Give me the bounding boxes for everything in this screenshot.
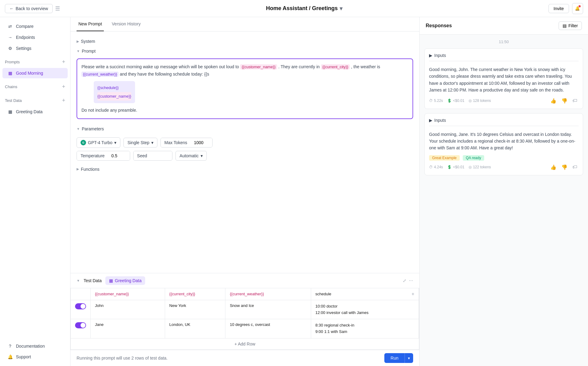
back-button[interactable]: ← Back to overview (5, 4, 53, 13)
autocomplete-customer-name[interactable]: {{customer_name}} (97, 92, 131, 101)
tab-version-history[interactable]: Version History (110, 17, 142, 31)
responses-body: 11:50 ▶ Inputs Good morning, John. The c… (420, 35, 588, 366)
sidebar-item-documentation[interactable]: ? Documentation (2, 341, 68, 351)
menu-icon-button[interactable]: ☰ (55, 5, 60, 12)
automatic-selector[interactable]: Automatic ▾ (175, 151, 206, 161)
thumbs-down-button-1[interactable]: 👎 (560, 97, 569, 104)
prompt-label: Prompt (82, 49, 96, 54)
response-footer-2: ⏱ 4.24s 💲 <$0.01 ◎ 122 tokens (429, 164, 579, 171)
inputs-toggle-1[interactable]: ▶ Inputs (429, 53, 579, 58)
response-card-1: ▶ Inputs Good morning, John. The current… (424, 48, 583, 109)
prompt-text-mid3: and they have the following schedule tod… (120, 72, 209, 77)
parameters-label: Parameters (82, 126, 104, 131)
add-chain-button[interactable]: + (62, 84, 65, 90)
max-tokens-input-group: Max Tokens (160, 138, 213, 148)
inputs-label-1: Inputs (434, 53, 446, 58)
sidebar-item-greeting-data[interactable]: ▦ Greeting Data (2, 106, 68, 117)
test-data-section-header: Test Data + (0, 95, 70, 106)
test-data-label: Test Data (84, 278, 102, 283)
support-icon: 🔔 (7, 354, 13, 359)
response-time-2: ⏱ 4.24s (429, 165, 443, 169)
invite-button[interactable]: Invite (548, 4, 569, 13)
row1-schedule: 10:00 doctor 12:00 investor call with Ja… (311, 300, 419, 319)
tag-great-example: Great Example (429, 155, 460, 161)
table-icon: ▦ (109, 278, 113, 283)
greeting-data-tab[interactable]: ▦ Greeting Data (105, 276, 145, 285)
sidebar-item-settings[interactable]: ⚙ Settings (2, 43, 68, 54)
prompt-editor[interactable]: Please write a succinct morning wake up … (77, 58, 413, 119)
run-button[interactable]: Run (384, 353, 405, 363)
add-prompt-button[interactable]: + (62, 59, 65, 65)
table-header-row: {{customer_name}} {{current_city}} {{cur… (71, 288, 419, 300)
parameters-section[interactable]: ▼ Parameters (77, 124, 413, 134)
automatic-chevron-icon: ▾ (201, 153, 203, 158)
test-data-section-label: Test Data (5, 98, 22, 103)
step-selector[interactable]: Single Step ▾ (123, 138, 157, 148)
prompt-section[interactable]: ▼ Prompt (77, 46, 413, 56)
expand-table-button[interactable]: ⤢ (403, 278, 406, 283)
add-column-button[interactable]: + (412, 291, 414, 297)
tag-customer-name: {{customer_name}} (240, 64, 277, 69)
response-card-2: ▶ Inputs Good morning, Jane. It's 10 deg… (424, 113, 583, 175)
data-table: {{customer_name}} {{current_city}} {{cur… (71, 288, 419, 338)
thumbs-up-button-1[interactable]: 👍 (549, 97, 558, 104)
prompt-text-mid1: . They are currently in (278, 64, 321, 69)
row1-current-city: New York (165, 300, 225, 319)
row-toggle-cell (71, 319, 91, 338)
top-header: ← Back to overview ☰ Home Assistant / Gr… (0, 0, 588, 17)
tag-button-2[interactable]: 🏷 (571, 164, 579, 170)
filter-button[interactable]: ▤ Filter (559, 21, 582, 30)
chains-section-header: Chains + (0, 81, 70, 92)
tag-button-1[interactable]: 🏷 (571, 97, 579, 104)
responses-header: Responses ▤ Filter (420, 17, 588, 35)
sidebar-item-label: Support (16, 354, 31, 359)
row2-current-city: London, UK (165, 319, 225, 338)
page-title: Home Assistant / Greetings ▾ (266, 5, 342, 12)
row2-schedule: 8:30 regional check-in 9:00 1:1 with Sam (311, 319, 419, 338)
divider (429, 61, 579, 61)
response-time-1: ⏱ 5.22s (429, 99, 443, 103)
sidebar-item-endpoints[interactable]: → Endpoints (2, 32, 68, 43)
center-panel: New Prompt Version History ▶ System ▼ Pr… (70, 17, 420, 366)
sidebar-item-good-morning[interactable]: ▦ Good Morning (2, 68, 68, 78)
row2-toggle[interactable] (75, 322, 86, 328)
model-selector[interactable]: G GPT-4 Turbo ▾ (77, 137, 120, 148)
more-options-button[interactable]: ⋯ (409, 278, 413, 283)
max-tokens-input[interactable] (191, 138, 212, 147)
thumbs-up-button-2[interactable]: 👍 (549, 164, 558, 171)
run-button-group: Run ▾ (384, 353, 413, 363)
response-footer-1: ⏱ 5.22s 💲 <$0.01 ◎ 128 tokens (429, 97, 579, 104)
prompts-section-label: Prompts (5, 60, 20, 64)
filter-label: Filter (568, 23, 578, 28)
chevron-down-icon[interactable]: ▾ (340, 5, 342, 12)
notifications-button[interactable]: 🔔 (572, 3, 583, 14)
autocomplete-schedule[interactable]: {{schedule}} (97, 84, 131, 92)
greeting-data-label: Greeting Data (115, 278, 141, 283)
row1-toggle[interactable] (75, 303, 86, 309)
run-dropdown-button[interactable]: ▾ (405, 353, 413, 363)
docs-icon: ? (7, 344, 13, 349)
back-arrow-icon: ← (9, 6, 14, 11)
add-row-button[interactable]: + Add Row (71, 338, 419, 349)
tag-qa-ready: QA ready (463, 155, 484, 161)
system-section[interactable]: ▶ System (77, 36, 413, 46)
autocomplete-box: {{schedule}} {{customer_name}} (94, 81, 135, 103)
row1-customer-name: John (91, 300, 165, 319)
seed-input-group: Seed (133, 151, 173, 161)
sidebar: ⇄ Compare → Endpoints ⚙ Settings Prompts… (0, 17, 70, 366)
tab-new-prompt[interactable]: New Prompt (77, 17, 104, 31)
run-info-text: Running this prompt will use 2 rows of t… (77, 356, 168, 360)
temperature-input-group: Temperature (77, 151, 130, 161)
response-meta-2: ⏱ 4.24s 💲 <$0.01 ◎ 122 tokens (429, 165, 491, 169)
system-label: System (81, 39, 95, 44)
functions-section[interactable]: ▶ Functions (77, 164, 413, 175)
sidebar-item-support[interactable]: 🔔 Support (2, 352, 68, 362)
test-data-left: ▼ Test Data ▦ Greeting Data (77, 276, 145, 285)
inputs-toggle-2[interactable]: ▶ Inputs (429, 118, 579, 123)
temperature-input[interactable] (108, 151, 130, 160)
seed-input[interactable] (151, 151, 172, 160)
add-test-data-button[interactable]: + (62, 97, 65, 104)
sidebar-item-compare[interactable]: ⇄ Compare (2, 21, 68, 32)
param-row-2: Temperature Seed Automatic ▾ (77, 151, 413, 161)
thumbs-down-button-2[interactable]: 👎 (560, 164, 569, 171)
